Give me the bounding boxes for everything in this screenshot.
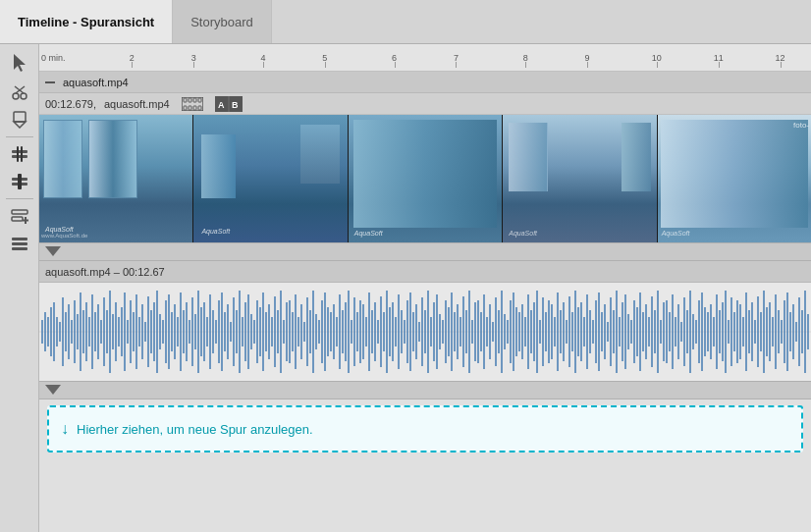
svg-rect-117 — [277, 310, 279, 353]
svg-rect-115 — [271, 317, 273, 346]
thumbnail-4: AquaSoft — [503, 115, 657, 242]
filmstrip-icon — [182, 97, 203, 111]
svg-rect-160 — [404, 320, 406, 344]
svg-rect-66 — [127, 320, 129, 344]
svg-rect-242 — [645, 304, 647, 359]
svg-rect-97 — [218, 300, 220, 363]
svg-rect-132 — [321, 300, 323, 363]
svg-rect-51 — [82, 310, 84, 353]
svg-rect-289 — [784, 300, 785, 363]
svg-rect-267 — [719, 310, 721, 353]
svg-rect-282 — [763, 291, 765, 373]
svg-rect-233 — [619, 317, 621, 346]
svg-rect-269 — [725, 291, 727, 373]
svg-rect-80 — [168, 294, 170, 369]
svg-rect-8 — [12, 155, 27, 158]
add-track-icon — [11, 207, 28, 225]
svg-rect-180 — [462, 296, 464, 367]
svg-rect-197 — [513, 293, 514, 371]
svg-rect-7 — [12, 150, 27, 153]
svg-rect-200 — [521, 304, 523, 359]
svg-rect-108 — [250, 314, 252, 349]
svg-rect-119 — [283, 320, 285, 344]
svg-rect-92 — [203, 302, 205, 361]
ruler-zero-label: 0 min. — [41, 53, 66, 63]
svg-rect-199 — [518, 312, 520, 351]
svg-rect-276 — [745, 293, 747, 371]
tab-storyboard[interactable]: Storyboard — [173, 0, 272, 43]
svg-rect-274 — [739, 304, 741, 359]
add-track-button[interactable] — [5, 203, 34, 229]
track-settings-icon — [11, 235, 28, 252]
svg-marker-34 — [45, 246, 61, 256]
svg-rect-55 — [94, 312, 96, 351]
svg-rect-288 — [781, 320, 783, 344]
svg-rect-182 — [468, 291, 470, 373]
svg-rect-127 — [306, 297, 308, 366]
svg-rect-283 — [766, 307, 768, 356]
svg-rect-245 — [654, 310, 656, 353]
tab-timeline[interactable]: Timeline - Spuransicht — [0, 0, 173, 43]
svg-rect-40 — [50, 307, 52, 356]
track-zoom-in-button[interactable] — [5, 141, 34, 167]
svg-rect-214 — [563, 302, 565, 361]
svg-rect-37 — [41, 320, 43, 344]
video-track: aquasoft.mp4 00:12.679, aquasoft.mp4 — [39, 72, 811, 261]
svg-rect-133 — [324, 293, 326, 371]
svg-rect-38 — [44, 312, 46, 351]
svg-rect-280 — [757, 296, 759, 367]
track-zoom-out-button[interactable] — [5, 169, 34, 194]
svg-rect-59 — [106, 310, 108, 353]
ruler-tick-10 — [657, 62, 658, 68]
svg-rect-82 — [174, 304, 176, 359]
svg-rect-234 — [622, 302, 623, 361]
time-ruler: 0 min. 2 3 4 5 6 7 8 9 10 11 — [39, 44, 811, 72]
svg-rect-265 — [713, 317, 715, 346]
svg-rect-46 — [68, 304, 70, 359]
svg-rect-50 — [80, 293, 81, 371]
svg-rect-158 — [398, 294, 400, 369]
tab-timeline-label: Timeline - Spuransicht — [18, 15, 154, 29]
svg-rect-217 — [571, 312, 573, 351]
svg-rect-76 — [156, 291, 158, 373]
ruler-tick-2 — [132, 62, 133, 68]
svg-rect-29 — [198, 106, 201, 110]
svg-rect-126 — [303, 322, 305, 342]
svg-rect-62 — [115, 302, 117, 361]
scissors-tool-button[interactable] — [5, 80, 34, 105]
svg-rect-220 — [580, 302, 582, 361]
svg-rect-250 — [669, 312, 671, 351]
drop-zone[interactable]: ↓ Hierher ziehen, um neue Spur anzulegen… — [47, 405, 803, 452]
video-track-collapse-icon — [45, 246, 61, 258]
svg-rect-237 — [630, 320, 632, 344]
video-track-info-bar: 00:12.679, aquasoft.mp4 — [39, 93, 811, 115]
svg-rect-58 — [103, 297, 105, 366]
track-settings-button[interactable] — [5, 231, 34, 256]
svg-text:A: A — [218, 100, 225, 110]
collapse-video-track-icon — [45, 81, 55, 83]
svg-rect-48 — [74, 300, 76, 363]
svg-rect-102 — [233, 297, 235, 366]
svg-rect-104 — [239, 291, 241, 373]
svg-rect-165 — [418, 322, 420, 342]
svg-rect-65 — [124, 293, 126, 371]
audio-track-bottom — [39, 381, 811, 399]
svg-rect-156 — [392, 302, 394, 361]
marker-button[interactable] — [5, 107, 34, 133]
svg-rect-114 — [268, 304, 270, 359]
svg-rect-191 — [495, 297, 497, 366]
svg-marker-298 — [45, 385, 61, 395]
svg-rect-18 — [12, 238, 27, 240]
thumbnail-2: AquaSoft — [193, 115, 348, 242]
svg-rect-74 — [150, 310, 152, 353]
ruler-tick-4 — [263, 62, 264, 68]
svg-rect-213 — [560, 310, 562, 353]
svg-marker-6 — [14, 122, 26, 128]
ab-effect-icon[interactable]: A B — [215, 96, 243, 112]
svg-rect-79 — [165, 300, 167, 363]
svg-rect-39 — [47, 317, 49, 346]
svg-rect-255 — [683, 297, 685, 366]
marker-icon — [12, 111, 27, 129]
svg-rect-122 — [292, 312, 294, 351]
svg-rect-291 — [789, 312, 791, 351]
